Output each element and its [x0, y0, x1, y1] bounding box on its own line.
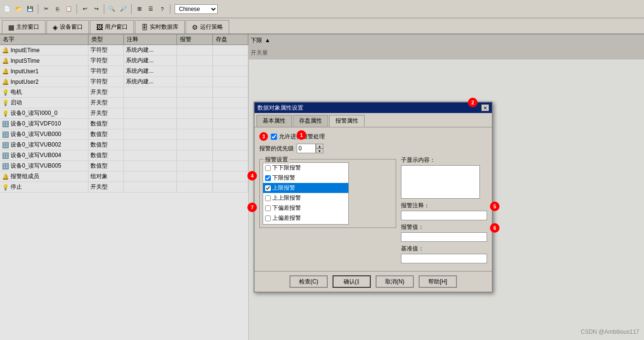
device-window-icon: ◈	[53, 23, 58, 31]
alarm-item-checkbox-4[interactable]	[265, 205, 271, 211]
sep3	[104, 4, 104, 14]
badge-3: 3	[259, 132, 268, 141]
spinner-down-button[interactable]: ▼	[316, 148, 323, 153]
alarm-settings-groupbox: 报警设置 下下限报警 下限报警	[259, 159, 396, 228]
tab-user-window[interactable]: 🖼 用户窗口	[90, 20, 134, 34]
tab-user-window-label: 用户窗口	[105, 23, 128, 31]
help-button[interactable]: 帮助[H]	[419, 275, 457, 288]
tab-main-window-label: 主控窗口	[16, 23, 39, 31]
spinner-buttons: ▲ ▼	[316, 144, 323, 153]
sub-display-label: 子显示内容：	[401, 156, 487, 164]
dialog-footer: 检查(C) 确认(∥ 取消(N) 帮助[H]	[255, 271, 492, 292]
dialog-title: 数据对象属性设置	[257, 104, 303, 112]
tab-realtime-db[interactable]: 🗄 实时数据库	[135, 20, 185, 34]
nav-tabs: ▦ 主控窗口 ◈ 设备窗口 🖼 用户窗口 🗄 实时数据库 ⚙ 运行策略	[0, 18, 644, 34]
alarm-value-label: 报警值：	[401, 223, 487, 231]
tab-save-props[interactable]: 存盘属性	[293, 115, 328, 127]
dialog-close-button[interactable]: ✕	[481, 104, 489, 111]
alarm-comment-section: 报警注释： 温度过高 5	[401, 202, 487, 220]
help-icon[interactable]: ?	[157, 4, 167, 14]
run-strategy-icon: ⚙	[192, 23, 198, 31]
toolbar: 📄 📂 💾 ✂ ⎘ 📋 ↩ ↪ 🔍 🔎 ⊞ ☰ ? Chinese	[0, 0, 644, 18]
spinner-up-button[interactable]: ▲	[316, 144, 323, 148]
check-button[interactable]: 检查(C)	[289, 275, 328, 288]
sep4	[131, 4, 132, 14]
alarm-item-checkbox-5[interactable]	[265, 215, 271, 221]
undo-icon[interactable]: ↩	[79, 4, 90, 14]
cancel-button[interactable]: 取消(N)	[376, 275, 414, 288]
alarm-item-0[interactable]: 下下限报警	[263, 163, 348, 173]
priority-label: 报警的优先级	[259, 145, 294, 153]
save-icon[interactable]: 💾	[25, 4, 35, 14]
zoom-out-icon[interactable]: 🔎	[118, 4, 129, 14]
alarm-item-1[interactable]: 下限报警	[263, 173, 348, 183]
alarm-item-5[interactable]: 上偏差报警	[263, 213, 348, 223]
tab-run-strategy-label: 运行策略	[200, 23, 223, 31]
tab-alarm-props[interactable]: 报警属性	[329, 115, 365, 127]
alarm-item-checkbox-1[interactable]	[265, 175, 271, 181]
main-area: 名字 类型 注释 报警 存盘 🔔InputETime 字符型 系统内建... 🔔…	[0, 34, 644, 340]
list-icon[interactable]: ☰	[145, 4, 156, 14]
priority-input[interactable]: 0	[297, 144, 316, 153]
alarm-item-checkbox-3[interactable]	[265, 195, 271, 201]
confirm-button[interactable]: 确认(∥	[333, 275, 371, 288]
open-icon[interactable]: 📂	[13, 4, 24, 14]
paste-icon[interactable]: 📋	[64, 4, 74, 14]
watermark: CSDN @Ambitious117	[581, 329, 639, 335]
tab-device-window-label: 设备窗口	[60, 23, 83, 31]
main-section-row: 报警设置 下下限报警 下限报警	[259, 156, 487, 266]
cut-icon[interactable]: ✂	[41, 4, 51, 14]
tab-run-strategy[interactable]: ⚙ 运行策略	[186, 20, 229, 34]
grid-icon[interactable]: ⊞	[134, 4, 144, 14]
badge-5: 5	[490, 202, 500, 211]
main-window-icon: ▦	[8, 23, 14, 31]
base-value-section: 基准值：	[401, 245, 487, 263]
copy-icon[interactable]: ⎘	[52, 4, 63, 14]
alarm-item-4[interactable]: 下偏差报警	[263, 203, 348, 213]
tab-realtime-db-label: 实时数据库	[150, 23, 178, 31]
zoom-in-icon[interactable]: 🔍	[107, 4, 117, 14]
badge-7: 7	[247, 203, 257, 212]
badge-1: 1	[297, 130, 306, 140]
alarm-comment-input[interactable]: 温度过高	[401, 211, 487, 220]
language-select[interactable]: Chinese	[175, 4, 218, 14]
sep2	[77, 4, 77, 14]
user-window-icon: 🖼	[96, 23, 103, 31]
alarm-items-listbox: 下下限报警 下限报警 上限报警	[263, 162, 349, 225]
badge-4: 4	[247, 171, 257, 181]
dialog-tabs: 基本属性 存盘属性 报警属性	[255, 113, 492, 127]
new-icon[interactable]: 📄	[2, 4, 12, 14]
alarm-comment-label: 报警注释：	[401, 202, 487, 210]
tab-main-window[interactable]: ▦ 主控窗口	[2, 20, 45, 34]
dialog: 数据对象属性设置 ✕ 2 基本属性 存盘属性 报警属性 3 允许进行报警处理	[254, 102, 493, 293]
base-value-label: 基准值：	[401, 245, 487, 253]
dialog-title-bar: 数据对象属性设置 ✕	[255, 102, 492, 113]
tab-device-window[interactable]: ◈ 设备窗口	[46, 20, 89, 34]
base-value-input[interactable]	[401, 254, 487, 263]
alarm-item-checkbox-2[interactable]	[265, 185, 271, 191]
sep1	[38, 4, 38, 14]
alarm-settings-section: 报警设置 下下限报警 下限报警	[259, 156, 396, 266]
badge-6: 6	[490, 223, 500, 233]
alarm-value-section: 报警值： 100 6	[401, 223, 487, 242]
redo-icon[interactable]: ↪	[91, 4, 101, 14]
priority-spinner: 0 ▲ ▼	[297, 144, 323, 153]
badge-2: 2	[468, 98, 477, 107]
alarm-item-checkbox-0[interactable]	[265, 165, 271, 171]
realtime-db-icon: 🗄	[141, 23, 148, 31]
right-section: 子显示内容： 报警注释： 温度过高 5 报警值： 100	[401, 156, 487, 266]
sub-display-section: 子显示内容：	[401, 156, 487, 199]
alarm-item-3[interactable]: 上上限报警	[263, 193, 348, 203]
alarm-processing-checkbox[interactable]	[271, 134, 277, 140]
priority-row: 报警的优先级 0 ▲ ▼	[259, 144, 487, 153]
sep5	[170, 4, 170, 14]
dialog-body: 3 允许进行报警处理 报警的优先级 0 ▲ ▼ 报警设置	[255, 127, 492, 271]
tab-basic-props[interactable]: 基本属性	[256, 115, 292, 127]
alarm-item-2[interactable]: 上限报警	[263, 183, 348, 193]
sub-display-box	[401, 165, 480, 199]
alarm-value-input[interactable]: 100	[401, 232, 487, 242]
alarm-settings-title: 报警设置	[264, 156, 289, 164]
